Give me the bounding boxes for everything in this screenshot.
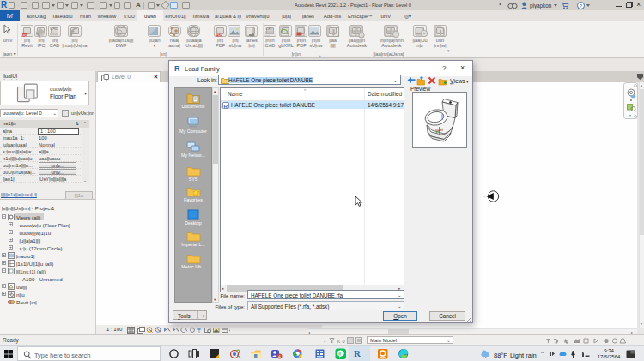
svg-text:4: 4 (278, 354, 281, 359)
svg-text:⌄: ⌄ (323, 338, 326, 343)
svg-text:R: R (224, 103, 228, 108)
svg-text:ļļ: ļļ (338, 352, 341, 356)
svg-text:⚔ 0: ⚔ 0 (337, 339, 345, 344)
svg-text:Views: Views (450, 78, 466, 84)
svg-text:‹: ‹ (229, 328, 230, 334)
